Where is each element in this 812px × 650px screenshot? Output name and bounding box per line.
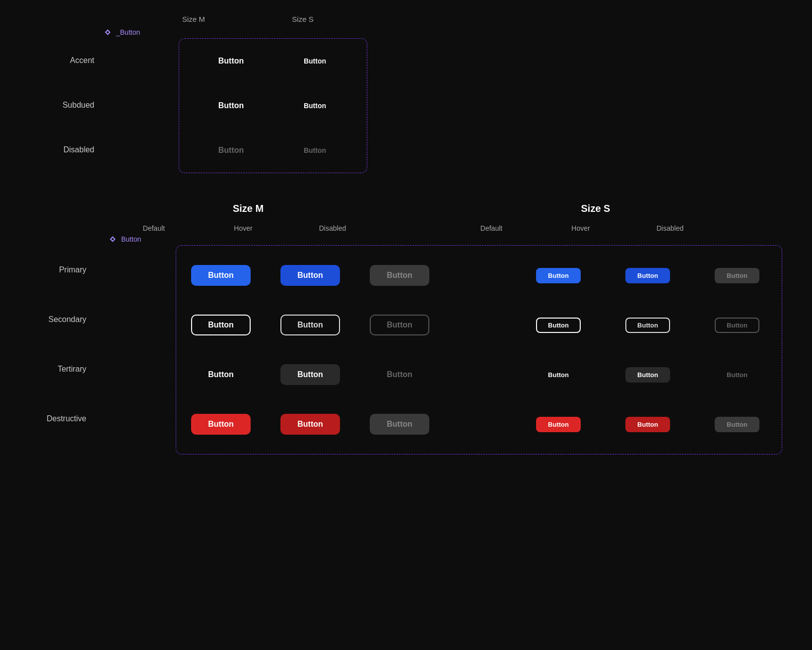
tertiary-m-hover-btn[interactable]: Button xyxy=(280,364,340,385)
top-row-accent: Button Button xyxy=(189,39,357,83)
col-header-size-m: Size M xyxy=(139,15,248,23)
bottom-size-m-title: Size M xyxy=(109,203,387,214)
bottom-dashed-frame: Button Button Button Button Button xyxy=(176,245,782,455)
destructive-s-hover: Button xyxy=(603,417,692,432)
tertiary-m-default-btn[interactable]: Button xyxy=(191,364,251,385)
col-header-hover2: Hover xyxy=(536,224,625,232)
row-label-primary: Primary xyxy=(30,245,96,295)
subdued-btn-m[interactable]: Button xyxy=(204,95,258,116)
bottom-title-row: Size M Size S xyxy=(30,203,782,214)
primary-s-default-btn[interactable]: Button xyxy=(536,268,581,283)
cell-disabled-s: Button xyxy=(273,142,357,158)
primary-m-default: Button xyxy=(176,265,266,286)
cell-subdued-s: Button xyxy=(273,98,357,114)
top-label-disabled: Disabled xyxy=(30,128,104,172)
bottom-gap xyxy=(387,203,457,214)
subdued-btn-s[interactable]: Button xyxy=(295,98,335,114)
top-frame-label: _Button xyxy=(104,28,782,36)
primary-s-hover-btn[interactable]: Button xyxy=(625,268,670,283)
top-section: Size M Size S _Button Accent Subdued xyxy=(30,15,782,173)
primary-m-disabled: Button xyxy=(355,265,444,286)
destructive-m-default-btn[interactable]: Button xyxy=(191,414,251,435)
bottom-row-labels: Primary Secondary Tertirary Destructive xyxy=(30,245,96,455)
tertiary-s-default-btn[interactable]: Button xyxy=(536,367,581,383)
col-header-disabled: Disabled xyxy=(288,224,377,232)
secondary-m-disabled-btn: Button xyxy=(370,315,429,335)
col-header-default: Default xyxy=(109,224,199,232)
destructive-s-hover-btn[interactable]: Button xyxy=(625,417,670,432)
destructive-m-default: Button xyxy=(176,414,266,435)
bottom-size-s-title: Size S xyxy=(457,203,735,214)
col-header-hover: Hover xyxy=(199,224,288,232)
secondary-s-hover: Button xyxy=(603,318,692,333)
secondary-s-hover-btn[interactable]: Button xyxy=(625,318,670,333)
destructive-s-default-btn[interactable]: Button xyxy=(536,417,581,432)
bottom-col-headers: Default Hover Disabled Default Hover Dis… xyxy=(30,224,782,232)
secondary-s-default: Button xyxy=(514,318,603,333)
bottom-frame-label: Button xyxy=(109,235,782,243)
bottom-row-primary: Button Button Button Button Button xyxy=(176,251,782,300)
page-wrapper: Size M Size S _Button Accent Subdued xyxy=(0,0,812,469)
tertiary-m-disabled-btn: Button xyxy=(370,364,429,385)
col-header-default2: Default xyxy=(447,224,536,232)
bottom-row-tertiary: Button Button Button Button Button xyxy=(176,350,782,399)
top-col-headers: Size M Size S xyxy=(139,15,782,23)
secondary-s-default-btn[interactable]: Button xyxy=(536,318,581,333)
cell-accent-s: Button xyxy=(273,53,357,69)
cell-disabled-m: Button xyxy=(189,140,273,161)
disabled-text-s: Button xyxy=(295,142,335,158)
top-row-subdued: Button Button xyxy=(189,83,357,128)
primary-s-disabled: Button xyxy=(692,268,782,283)
col-header-disabled2: Disabled xyxy=(625,224,715,232)
tertiary-s-disabled: Button xyxy=(692,367,782,383)
secondary-m-disabled: Button xyxy=(355,315,444,335)
top-row-labels: Accent Subdued Disabled xyxy=(30,38,104,173)
destructive-m-hover-btn[interactable]: Button xyxy=(280,414,340,435)
primary-s-default: Button xyxy=(514,268,603,283)
top-label-subdued: Subdued xyxy=(30,83,104,128)
col-header-size-s: Size S xyxy=(248,15,357,23)
top-frame-name: _Button xyxy=(116,28,140,36)
diamond-icon xyxy=(104,29,111,36)
destructive-m-hover: Button xyxy=(266,414,355,435)
bottom-section: Size M Size S Default Hover Disabled Def… xyxy=(30,203,782,455)
tertiary-m-disabled: Button xyxy=(355,364,444,385)
top-row-disabled: Button Button xyxy=(189,128,357,173)
primary-s-disabled-btn: Button xyxy=(715,268,759,283)
top-dashed-frame: Button Button Button Button xyxy=(179,38,367,173)
bottom-content-area: Primary Secondary Tertirary Destructive … xyxy=(30,245,782,455)
primary-m-hover: Button xyxy=(266,265,355,286)
primary-m-disabled-btn: Button xyxy=(370,265,429,286)
cell-subdued-m: Button xyxy=(189,95,273,116)
secondary-m-default-btn[interactable]: Button xyxy=(191,315,251,335)
destructive-m-disabled-btn: Button xyxy=(370,414,429,435)
secondary-m-hover-btn[interactable]: Button xyxy=(280,315,340,335)
primary-m-default-btn[interactable]: Button xyxy=(191,265,251,286)
destructive-m-disabled: Button xyxy=(355,414,444,435)
tertiary-m-hover: Button xyxy=(266,364,355,385)
secondary-s-disabled-btn: Button xyxy=(715,318,759,333)
disabled-text-m: Button xyxy=(204,140,258,161)
secondary-m-default: Button xyxy=(176,315,266,335)
row-label-tertiary: Tertirary xyxy=(30,344,96,394)
top-label-accent: Accent xyxy=(30,38,104,83)
primary-s-hover: Button xyxy=(603,268,692,283)
destructive-s-disabled-btn: Button xyxy=(715,417,759,432)
cell-accent-m: Button xyxy=(189,51,273,71)
bottom-row-destructive: Button Button Button Button Button xyxy=(176,399,782,449)
bottom-row-secondary: Button Button Button Button Button xyxy=(176,300,782,350)
tertiary-s-default: Button xyxy=(514,367,603,383)
accent-btn-s[interactable]: Button xyxy=(295,53,335,69)
secondary-m-hover: Button xyxy=(266,315,355,335)
destructive-s-disabled: Button xyxy=(692,417,782,432)
diamond-icon-bottom xyxy=(109,236,116,243)
tertiary-m-default: Button xyxy=(176,364,266,385)
tertiary-s-hover: Button xyxy=(603,367,692,383)
primary-m-hover-btn[interactable]: Button xyxy=(280,265,340,286)
tertiary-s-disabled-btn: Button xyxy=(715,367,759,383)
row-label-secondary: Secondary xyxy=(30,295,96,344)
accent-btn-m[interactable]: Button xyxy=(204,51,258,71)
row-label-destructive: Destructive xyxy=(30,394,96,444)
top-content-area: Accent Subdued Disabled Button Button xyxy=(30,38,782,173)
tertiary-s-hover-btn[interactable]: Button xyxy=(625,367,670,383)
